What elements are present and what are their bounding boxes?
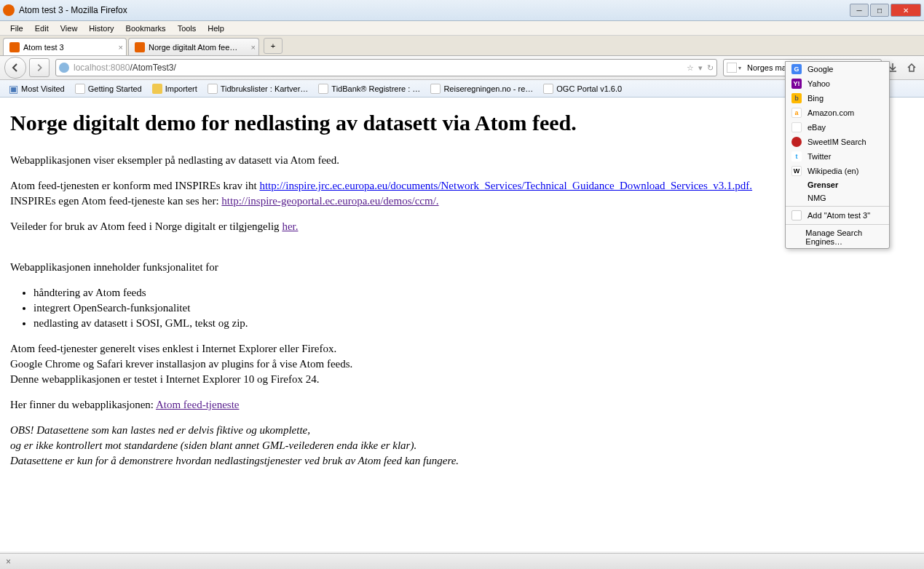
list-item: integrert OpenSearch-funksjonalitet [33, 301, 914, 316]
menu-file[interactable]: File [4, 23, 29, 34]
page-icon [75, 84, 85, 94]
bookmark-most-visited[interactable]: ▣Most Visited [4, 81, 69, 96]
page-icon [430, 84, 441, 94]
search-engine-option-ebay[interactable]: eeBay [786, 120, 889, 135]
menu-bookmarks[interactable]: Bookmarks [120, 23, 172, 34]
paragraph: Atom feed-tjenester generelt vises enkle… [10, 341, 914, 387]
link-inspire-pdf[interactable]: http://inspire.jrc.ec.europa.eu/document… [259, 180, 752, 191]
manage-search-engines[interactable]: Manage Search Engines… [786, 226, 889, 248]
window-title: Atom test 3 - Mozilla Firefox [19, 5, 850, 15]
search-engine-option-bing[interactable]: bBing [786, 91, 889, 106]
home-icon [907, 63, 917, 73]
window-controls: ─ □ ✕ [850, 4, 921, 17]
history-dropdown-icon[interactable]: ▾ [698, 63, 703, 73]
new-tab-button[interactable]: + [264, 38, 283, 54]
menu-edit[interactable]: Edit [29, 23, 55, 34]
page-heading: Norge digitalt demo for nedlasting av da… [10, 108, 914, 138]
list-item: håndtering av Atom feeds [33, 285, 914, 301]
menu-history[interactable]: History [83, 23, 119, 34]
bookmark-importert[interactable]: Importert [148, 82, 202, 95]
search-engine-option-grenser[interactable]: Grenser [786, 178, 889, 191]
forward-button[interactable] [29, 58, 50, 77]
wikipedia-icon: W [791, 166, 802, 176]
url-bar[interactable]: localhost:8080/AtomTest3/ ☆ ▾ ↻ [55, 59, 717, 76]
google-icon: G [791, 64, 802, 74]
tab-bar: Atom test 3 × Norge digitalt Atom feed d… [0, 36, 924, 56]
search-engine-option-yahoo[interactable]: Y!Yahoo [786, 76, 889, 91]
status-bar: × [0, 553, 924, 569]
tab-label: Norge digitalt Atom feed demo [149, 43, 241, 52]
paragraph: Atom feed-tjenesten er konform med INSPI… [10, 178, 914, 209]
bookmark-tidbrukslister[interactable]: Tidbrukslister : Kartver… [203, 82, 313, 95]
paragraph: Webapplikasjonen viser eksempler på nedl… [10, 153, 914, 168]
add-search-engine[interactable]: Add "Atom test 3" [786, 208, 889, 223]
separator [786, 206, 889, 207]
reload-icon[interactable]: ↻ [707, 63, 714, 73]
search-engine-icon [727, 63, 737, 73]
tab-close-icon[interactable]: × [251, 43, 256, 52]
bookmark-getting-started[interactable]: Getting Started [71, 82, 146, 95]
back-button[interactable] [4, 57, 26, 79]
search-engine-dropdown: GGoogleY!YahoobBingaAmazon.comeeBaySweet… [785, 61, 890, 249]
home-button[interactable] [904, 60, 920, 76]
search-engine-option-amazon-com[interactable]: aAmazon.com [786, 106, 889, 120]
tab-atom-test-3[interactable]: Atom test 3 × [3, 38, 127, 55]
yahoo-icon: Y! [791, 79, 802, 89]
bookmark-tidbank[interactable]: TidBank® Registrere : … [314, 82, 425, 95]
url-text[interactable]: localhost:8080/AtomTest3/ [74, 63, 687, 73]
menu-view[interactable]: View [55, 23, 84, 34]
bookmark-star-icon[interactable]: ☆ [687, 63, 694, 73]
add-icon [791, 210, 802, 220]
close-button[interactable]: ✕ [891, 4, 921, 17]
paragraph: Veileder for bruk av Atom feed i Norge d… [10, 219, 914, 234]
separator [786, 224, 889, 225]
search-engine-selector[interactable]: ▾ [727, 63, 744, 73]
bing-icon: b [791, 93, 802, 103]
bookmark-reiseregningen[interactable]: Reiseregningen.no - re… [426, 82, 537, 95]
arrow-left-icon [10, 63, 20, 73]
site-identity-icon[interactable] [59, 63, 69, 73]
tab-norge-digitalt[interactable]: Norge digitalt Atom feed demo × [128, 38, 259, 55]
page-icon [543, 84, 553, 94]
link-veileder[interactable]: her. [282, 220, 298, 232]
paragraph: Her finner du webapplikasjonen: Atom fee… [10, 397, 914, 413]
star-icon: ▣ [9, 83, 18, 95]
firefox-icon [3, 4, 15, 16]
sweetim-icon [791, 137, 802, 147]
search-engine-option-sweetim-search[interactable]: SweetIM Search [786, 135, 889, 149]
tab-close-icon[interactable]: × [119, 43, 123, 52]
window-title-bar: Atom test 3 - Mozilla Firefox ─ □ ✕ [0, 0, 924, 21]
search-engine-option-twitter[interactable]: tTwitter [786, 149, 889, 164]
paragraph-disclaimer: OBS! Datasettene som kan lastes ned er d… [10, 423, 914, 469]
ebay-icon: e [791, 122, 802, 132]
chevron-down-icon: ▾ [738, 65, 741, 71]
tab-favicon [9, 42, 20, 52]
folder-icon [152, 84, 162, 94]
minimize-button[interactable]: ─ [850, 4, 869, 17]
addon-bar-close-icon[interactable]: × [6, 557, 11, 567]
menu-bar: File Edit View History Bookmarks Tools H… [0, 21, 924, 36]
menu-help[interactable]: Help [202, 23, 230, 34]
search-engine-option-google[interactable]: GGoogle [786, 62, 889, 76]
page-icon [208, 84, 218, 94]
link-atom-feed-tjeneste[interactable]: Atom feed-tjeneste [156, 399, 240, 410]
feature-list: håndtering av Atom feeds integrert OpenS… [33, 285, 914, 331]
amazon-icon: a [791, 108, 802, 118]
list-item: nedlasting av datasett i SOSI, GML, teks… [33, 316, 914, 331]
twitter-icon: t [791, 151, 802, 162]
search-engine-option-nmg[interactable]: NMG [786, 191, 889, 204]
tab-label: Atom test 3 [23, 43, 64, 52]
arrow-right-icon [35, 63, 44, 72]
paragraph: Webapplikasjonen inneholder funksjonalit… [10, 260, 914, 275]
menu-tools[interactable]: Tools [172, 23, 202, 34]
search-engine-option-wikipedia-en-[interactable]: WWikipedia (en) [786, 164, 889, 178]
maximize-button[interactable]: □ [870, 4, 889, 17]
link-inspire-geoportal[interactable]: http://inspire-geoportal.ec.europa.eu/de… [221, 195, 438, 207]
bookmark-ogc-portal[interactable]: OGC Portal v1.6.0 [539, 82, 626, 95]
tab-favicon [135, 42, 145, 52]
page-icon [318, 84, 328, 94]
